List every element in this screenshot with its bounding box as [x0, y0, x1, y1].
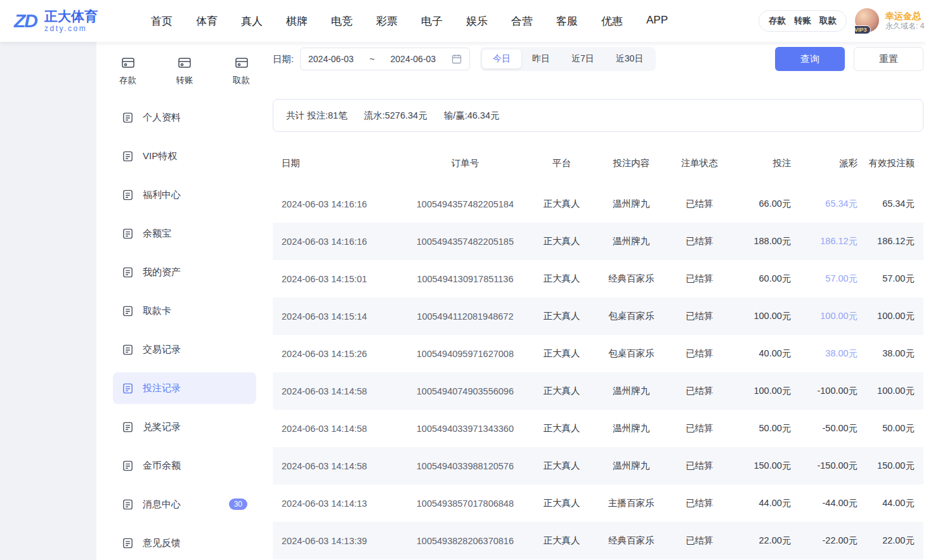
- range-tab[interactable]: 近30日: [605, 49, 655, 68]
- cell-bet-amount: 150.00元: [731, 460, 792, 472]
- date-from-value[interactable]: 2024-06-03: [308, 54, 354, 64]
- profile-card-icon: [122, 112, 134, 124]
- user-meta: 幸运金总 永久域名: 4: [885, 10, 924, 32]
- query-button[interactable]: 查询: [775, 47, 845, 71]
- wallet-action-button[interactable]: 存款: [769, 15, 786, 27]
- cell-payout: -100.00元: [791, 385, 858, 397]
- cell-bet-content: 温州牌九: [595, 460, 668, 472]
- nav-item[interactable]: 客服: [556, 14, 578, 29]
- cell-date: 2024-06-03 14:14:13: [282, 498, 402, 509]
- transactions-list-icon: [122, 344, 134, 356]
- cell-bet-content: 包桌百家乐: [595, 348, 668, 360]
- cell-bet-amount: 44.00元: [731, 497, 792, 509]
- cell-valid-amount: 22.00元: [858, 535, 915, 547]
- sidebar-item-label: 意见反馈: [143, 537, 181, 549]
- date-filter-label: 日期:: [273, 53, 294, 65]
- column-header: 有效投注额: [858, 157, 915, 169]
- range-tab[interactable]: 近7日: [561, 49, 605, 68]
- sidebar-item[interactable]: 金币余额: [113, 450, 256, 481]
- date-to-value[interactable]: 2024-06-03: [391, 54, 436, 64]
- user-name: 幸运金总: [885, 10, 924, 22]
- sidebar-item[interactable]: 福利中心: [113, 179, 256, 211]
- nav-item[interactable]: 优惠: [601, 14, 623, 29]
- cell-platform: 正大真人: [528, 422, 595, 434]
- transfer-icon: [178, 56, 192, 70]
- cell-order-number: 1005494033971343360: [402, 424, 529, 434]
- sidebar-item-label: 交易记录: [143, 344, 181, 356]
- quick-action[interactable]: 取款: [233, 56, 250, 86]
- cell-status: 已结算: [668, 235, 731, 247]
- nav-item[interactable]: 真人: [241, 14, 263, 29]
- cell-platform: 正大真人: [528, 385, 595, 397]
- sidebar-item[interactable]: 消息中心 30: [113, 488, 256, 520]
- avatar-wrap: VIP3: [855, 8, 880, 34]
- sidebar-item-label: 投注记录: [143, 382, 181, 394]
- feedback-icon: [122, 537, 134, 549]
- range-tab[interactable]: 昨日: [521, 49, 561, 68]
- summary-item: 输/赢:46.34元: [444, 110, 500, 122]
- cell-bet-amount: 22.00元: [731, 535, 792, 547]
- cell-bet-content: 经典百家乐: [595, 535, 668, 547]
- cell-status: 已结算: [668, 497, 731, 509]
- wallet-actions: 存款 转账 取款: [759, 10, 847, 32]
- cell-date: 2024-06-03 14:14:58: [282, 386, 402, 396]
- sidebar-item[interactable]: 余额宝: [113, 218, 256, 249]
- sidebar-item[interactable]: 我的资产: [113, 256, 256, 288]
- sidebar-item[interactable]: 兑奖记录: [113, 411, 256, 443]
- cell-date: 2024-06-03 14:15:14: [282, 311, 402, 322]
- table-row: 2024-06-03 14:14:58 1005494074903556096 …: [273, 372, 923, 410]
- table-row: 2024-06-03 14:14:58 1005494033971343360 …: [273, 410, 923, 447]
- filter-row: 日期: 2024-06-03 ~ 2024-06-03 今日 昨日: [273, 47, 923, 71]
- range-tab[interactable]: 今日: [482, 49, 521, 68]
- quick-action[interactable]: 转账: [176, 56, 193, 86]
- date-range-picker[interactable]: 2024-06-03 ~ 2024-06-03: [300, 48, 470, 70]
- cell-valid-amount: 38.00元: [858, 348, 915, 360]
- nav-item[interactable]: APP: [646, 14, 668, 29]
- nav-item[interactable]: 合营: [511, 14, 533, 29]
- cell-bet-content: 温州牌九: [595, 385, 668, 397]
- column-header: 投注: [731, 157, 792, 169]
- sidebar-item[interactable]: 交易记录: [113, 334, 256, 365]
- nav-item[interactable]: 彩票: [376, 14, 398, 29]
- sidebar-item[interactable]: 个人资料: [113, 101, 256, 133]
- table-row: 2024-06-03 14:15:01 1005494130917851136 …: [273, 260, 923, 297]
- nav-item[interactable]: 电子: [421, 14, 443, 29]
- cell-bet-content: 温州牌九: [595, 235, 668, 247]
- cell-bet-amount: 60.00元: [731, 273, 792, 285]
- cell-status: 已结算: [668, 460, 731, 472]
- sidebar-item[interactable]: 意见反馈: [113, 527, 256, 559]
- nav-item[interactable]: 电竞: [331, 14, 353, 29]
- nav-item[interactable]: 棋牌: [286, 14, 308, 29]
- cell-platform: 正大真人: [528, 235, 595, 247]
- top-navbar: ZD 正大体育 zdty.com 首页 体育 真人 棋牌 电竞 彩票 电子 娱乐…: [0, 0, 926, 42]
- cell-payout: 100.00元: [791, 310, 858, 322]
- nav-item[interactable]: 娱乐: [466, 14, 488, 29]
- sidebar-item[interactable]: 投注记录: [113, 372, 256, 404]
- cell-valid-amount: 150.00元: [858, 460, 915, 472]
- nav-item[interactable]: 首页: [151, 14, 173, 29]
- cell-date: 2024-06-03 14:14:58: [282, 424, 402, 434]
- column-header: 注单状态: [668, 157, 731, 169]
- bet-records-table: 日期 订单号 平台 投注内容 注单状态 投注 派彩 有效投注额: [273, 147, 923, 559]
- main-nav: 首页 体育 真人 棋牌 电竞 彩票 电子 娱乐 合营 客服 优惠 APP: [151, 14, 668, 29]
- calendar-icon[interactable]: [452, 54, 462, 64]
- wallet-action-button[interactable]: 取款: [819, 15, 837, 27]
- cell-platform: 正大真人: [528, 497, 595, 509]
- sidebar-item[interactable]: 取款卡: [113, 295, 256, 327]
- cell-bet-amount: 100.00元: [731, 385, 792, 397]
- reset-button[interactable]: 重置: [854, 47, 923, 71]
- nav-item[interactable]: 体育: [196, 14, 218, 29]
- quick-action[interactable]: 存款: [119, 56, 136, 86]
- sidebar-item[interactable]: VIP特权: [113, 140, 256, 172]
- wallet-action-button[interactable]: 转账: [794, 15, 811, 27]
- quick-action-label: 转账: [176, 75, 193, 86]
- brand-logo[interactable]: ZD 正大体育 zdty.com: [11, 9, 131, 33]
- date-range-tabs: 今日 昨日 近7日 近30日: [480, 47, 656, 71]
- cell-date: 2024-06-03 14:13:39: [282, 536, 402, 546]
- cell-valid-amount: 44.00元: [858, 497, 915, 509]
- withdraw-card-icon: [122, 305, 134, 317]
- cell-bet-content: 经典百家乐: [595, 273, 668, 285]
- column-header: 派彩: [791, 157, 858, 169]
- user-info[interactable]: VIP3 幸运金总 永久域名: 4: [855, 8, 926, 34]
- message-center-icon: [122, 498, 134, 511]
